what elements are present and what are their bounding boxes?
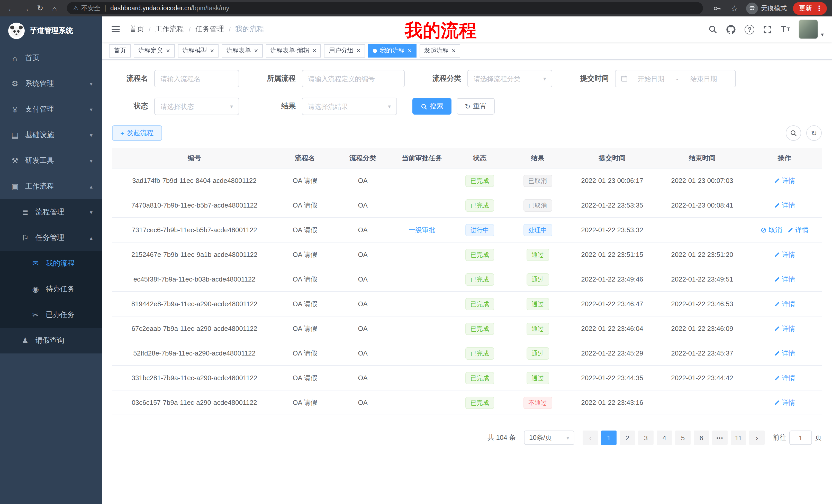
page-button-11[interactable]: 11: [731, 430, 746, 445]
sidebar-item-home[interactable]: ⌂ 首页: [0, 45, 102, 71]
toggle-search-button[interactable]: [786, 125, 801, 141]
start-date-field[interactable]: [630, 75, 672, 82]
tab-start-process[interactable]: 发起流程 ×: [419, 44, 460, 57]
tab-home[interactable]: 首页: [109, 44, 131, 57]
detail-link[interactable]: 详情: [774, 398, 795, 407]
page-button-5[interactable]: 5: [675, 430, 691, 445]
close-icon[interactable]: ×: [166, 47, 170, 54]
browser-back-button[interactable]: ←: [5, 2, 18, 15]
chevron-down-icon: ▾: [566, 435, 569, 441]
browser-forward-button[interactable]: →: [20, 2, 32, 15]
result-field[interactable]: [308, 103, 385, 110]
sidebar-item-infrastructure[interactable]: ▤ 基础设施 ▾: [0, 122, 102, 148]
current-task-link[interactable]: 一级审批: [409, 225, 435, 234]
avatar[interactable]: [799, 20, 818, 39]
cell-category: OA: [333, 341, 392, 365]
sidebar-item-done-tasks[interactable]: ✂ 已办任务: [0, 302, 102, 328]
detail-link[interactable]: 详情: [774, 275, 795, 284]
close-icon[interactable]: ×: [313, 47, 316, 54]
goto-label: 前往: [773, 433, 786, 442]
sidebar-item-process-management[interactable]: ≣ 流程管理 ▾: [0, 199, 102, 225]
detail-link[interactable]: 详情: [774, 348, 795, 358]
page-button-4[interactable]: 4: [657, 430, 672, 445]
close-icon[interactable]: ×: [452, 47, 456, 54]
detail-link[interactable]: 详情: [774, 324, 795, 333]
result-select[interactable]: ▾: [302, 97, 397, 115]
breadcrumb-workflow[interactable]: 工作流程: [155, 25, 184, 34]
detail-link[interactable]: 详情: [774, 201, 795, 210]
refresh-table-button[interactable]: ↻: [806, 125, 822, 141]
fullscreen-icon[interactable]: [763, 25, 772, 34]
category-field[interactable]: [474, 75, 540, 82]
sidebar-item-task-management[interactable]: ⚐ 任务管理 ▴: [0, 225, 102, 251]
browser-menu-icon[interactable]: ⋮: [815, 4, 823, 12]
reset-button[interactable]: ↻ 重置: [457, 98, 495, 115]
font-size-icon[interactable]: TT: [781, 24, 790, 34]
detail-link[interactable]: 详情: [774, 299, 795, 309]
detail-link[interactable]: 详情: [774, 250, 795, 259]
result-tag: 通过: [526, 248, 549, 261]
tab-my-process[interactable]: 我的流程 ×: [368, 44, 416, 57]
close-icon[interactable]: ×: [254, 47, 258, 54]
sidebar-item-workflow[interactable]: ▣ 工作流程 ▴: [0, 174, 102, 199]
yen-icon: ¥: [10, 105, 20, 114]
sidebar-item-todo-tasks[interactable]: ◉ 待办任务: [0, 276, 102, 302]
page-button-3[interactable]: 3: [638, 430, 654, 445]
close-icon[interactable]: ×: [408, 47, 412, 54]
next-page-button[interactable]: ›: [749, 430, 765, 445]
home-icon: ⌂: [10, 54, 20, 62]
help-icon[interactable]: ?: [745, 24, 755, 34]
close-icon[interactable]: ×: [357, 47, 361, 54]
close-icon[interactable]: ×: [210, 47, 214, 54]
category-select[interactable]: ▾: [467, 70, 552, 87]
tools-icon: ⚒: [10, 156, 20, 165]
status-tag: 已完成: [465, 323, 494, 335]
page-button-1[interactable]: 1: [601, 430, 617, 445]
end-date-field[interactable]: [683, 75, 725, 82]
sidebar-item-system-management[interactable]: ⚙ 系统管理 ▾: [0, 71, 102, 96]
tab-user-group[interactable]: 用户分组 ×: [324, 44, 365, 57]
process-name-input[interactable]: [154, 70, 239, 87]
tab-process-model[interactable]: 流程模型 ×: [178, 44, 218, 57]
search-button[interactable]: 搜索: [412, 98, 451, 115]
browser-home-button[interactable]: ⌂: [48, 2, 61, 15]
bookmark-star-icon[interactable]: ☆: [729, 3, 740, 14]
page-button-2[interactable]: 2: [620, 430, 635, 445]
password-key-icon[interactable]: [711, 3, 723, 14]
sidebar-collapse-icon[interactable]: [110, 24, 121, 35]
breadcrumb-home[interactable]: 首页: [130, 25, 144, 34]
process-def-field[interactable]: [308, 75, 398, 82]
breadcrumb-task-management[interactable]: 任务管理: [196, 25, 224, 34]
cancel-link[interactable]: 取消: [760, 225, 782, 234]
sidebar-item-label: 待办任务: [46, 285, 75, 294]
tab-process-definition[interactable]: 流程定义 ×: [134, 44, 175, 57]
app-frame: 芋道管理系统 ⌂ 首页 ⚙ 系统管理 ▾ ¥ 支付管理 ▾ ▤ 基础设施 ▾: [0, 17, 832, 504]
page-button-6[interactable]: 6: [694, 430, 709, 445]
process-def-input[interactable]: [302, 70, 405, 87]
tab-process-form-edit[interactable]: 流程表单-编辑 ×: [266, 44, 321, 57]
user-menu[interactable]: ▾: [799, 20, 824, 39]
prev-page-button[interactable]: ‹: [582, 430, 598, 445]
detail-link[interactable]: 详情: [787, 225, 809, 234]
browser-update-button[interactable]: 更新 ⋮: [793, 2, 827, 15]
page-size-select[interactable]: 10条/页 ▾: [524, 430, 574, 445]
sidebar-item-dev-tools[interactable]: ⚒ 研发工具 ▾: [0, 148, 102, 174]
sidebar-item-leave-query[interactable]: ♟ 请假查询: [0, 328, 102, 354]
sidebar-logo[interactable]: 芋道管理系统: [0, 17, 102, 45]
browser-reload-button[interactable]: ↻: [34, 2, 46, 15]
page-ellipsis-button[interactable]: •••: [712, 430, 728, 445]
address-bar[interactable]: ⚠ 不安全 | dashboard.yudao.iocoder.cn /bpm/…: [67, 2, 703, 15]
status-field[interactable]: [160, 103, 227, 110]
detail-link[interactable]: 详情: [774, 176, 795, 185]
detail-link[interactable]: 详情: [774, 373, 795, 383]
goto-page-input[interactable]: [789, 430, 812, 445]
github-icon[interactable]: [726, 24, 736, 34]
sidebar-item-my-process[interactable]: ✉ 我的流程: [0, 251, 102, 276]
search-icon[interactable]: [708, 25, 718, 34]
process-name-field[interactable]: [160, 75, 233, 82]
tab-process-form[interactable]: 流程表单 ×: [222, 44, 262, 57]
sidebar-item-payment-management[interactable]: ¥ 支付管理 ▾: [0, 96, 102, 122]
start-process-button[interactable]: + 发起流程: [112, 125, 162, 141]
status-select[interactable]: ▾: [154, 97, 239, 115]
submit-time-range-picker[interactable]: -: [615, 70, 736, 87]
